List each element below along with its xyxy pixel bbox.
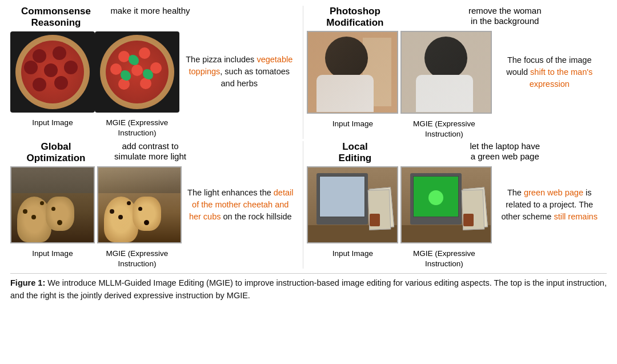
still-remains-highlight: still remains: [554, 212, 598, 221]
top-section: Commonsense Reasoning make it more healt…: [10, 6, 607, 139]
bottom-section: Global Optimization add contrast tosimul…: [10, 141, 607, 269]
make-healthy-text: make it more healthy: [110, 6, 190, 15]
face1-container: [307, 31, 398, 114]
pizza1-container: [10, 31, 95, 113]
input-label-2: Input Image: [307, 118, 398, 139]
contrast-title: add contrast tosimulate more light: [102, 141, 193, 164]
bottom-right-labels: Input Image MGIE (Expressive Instruction…: [307, 248, 607, 269]
local-editing-title: Local Editing: [307, 141, 403, 164]
desc-line2: , such as tomatoes and herbs: [220, 67, 290, 88]
cheetah1-container: [10, 166, 95, 243]
top-left-labels: Input Image MGIE (Expressive Instruction…: [10, 117, 299, 138]
green-page-title: let the laptop havea green web page: [403, 141, 607, 164]
remove-woman-title: remove the womanin the background: [403, 6, 607, 29]
mgie-label-1: MGIE (Expressive Instruction): [95, 117, 179, 138]
figure-caption: Figure 1: We introduce MLLM-Guided Image…: [10, 273, 607, 302]
contrast-text: add contrast tosimulate more light: [114, 141, 186, 161]
shift-highlight: shift to the man's expression: [530, 67, 593, 89]
commonsense-title-text: Commonsense: [21, 6, 91, 17]
bottom-left-image-row: The light enhances the detail of the mot…: [10, 166, 299, 243]
input-label-3: Input Image: [10, 248, 95, 269]
photoshop-title: Photoshop Modification: [307, 6, 403, 29]
remove-woman-text: remove the womanin the background: [468, 6, 542, 26]
top-left-description: The pizza includes vegetable toppings, s…: [179, 54, 299, 90]
bottom-right-image-row: The green web page is related to a proje…: [307, 166, 607, 243]
top-right-description: The focus of the image would shift to th…: [492, 54, 607, 90]
right-title-row: Photoshop Modification remove the womani…: [307, 6, 607, 29]
mgie-label-3: MGIE (Expressive Instruction): [95, 248, 179, 269]
make-healthy-title: make it more healthy: [102, 6, 193, 29]
right-half-top: Photoshop Modification remove the womani…: [307, 6, 607, 139]
pizza2-container: [95, 31, 179, 113]
caption-text: We introduce MLLM-Guided Image Editing (…: [10, 278, 607, 300]
green-desc-1: The: [507, 188, 524, 197]
center-divider-bottom: [303, 141, 304, 269]
global-opt-title: Global Optimization: [10, 141, 102, 164]
top-right-image-row: The focus of the image would shift to th…: [307, 31, 607, 114]
reasoning-title-text: Reasoning: [31, 17, 81, 28]
pizza1-wrap: [10, 31, 95, 113]
light-desc: The light enhances the: [187, 188, 274, 197]
bottom-right-title-row: Local Editing let the laptop havea green…: [307, 141, 607, 164]
left-half-bottom: Global Optimization add contrast tosimul…: [10, 141, 299, 269]
cheetah2-container: [97, 166, 182, 243]
pizza1-img: [15, 35, 90, 109]
desc-line1: The pizza includes: [186, 55, 257, 64]
input-label-4: Input Image: [307, 248, 398, 269]
laptop1-container: [307, 166, 398, 243]
bottom-left-labels: Input Image MGIE (Expressive Instruction…: [10, 248, 299, 269]
bottom-right-description: The green web page is related to a proje…: [492, 187, 607, 223]
input-label-1: Input Image: [10, 117, 95, 138]
mgie-label-2: MGIE (Expressive Instruction): [398, 118, 490, 139]
green-page-text: let the laptop havea green web page: [470, 141, 540, 161]
rock-desc: on the rock hillside: [221, 212, 292, 221]
pizza2-wrap: [95, 31, 179, 113]
left-half-top: Commonsense Reasoning make it more healt…: [10, 6, 299, 139]
laptop2-container: [400, 166, 492, 243]
commonsense-title: Commonsense Reasoning: [10, 6, 102, 29]
right-half-bottom: Local Editing let the laptop havea green…: [307, 141, 607, 269]
face2-container: [400, 31, 492, 114]
green-web-highlight: green web page: [524, 188, 583, 197]
top-left-image-row: The pizza includes vegetable toppings, s…: [10, 31, 299, 113]
top-right-labels: Input Image MGIE (Expressive Instruction…: [307, 118, 607, 139]
figure-label: Figure 1:: [10, 278, 45, 287]
center-divider-top: [303, 6, 304, 139]
pizza2-img: [100, 35, 174, 109]
mgie-label-4: MGIE (Expressive Instruction): [398, 248, 490, 269]
main-container: Commonsense Reasoning make it more healt…: [0, 0, 617, 308]
bottom-left-description: The light enhances the detail of the mot…: [182, 187, 299, 223]
bottom-left-title-row: Global Optimization add contrast tosimul…: [10, 141, 299, 164]
